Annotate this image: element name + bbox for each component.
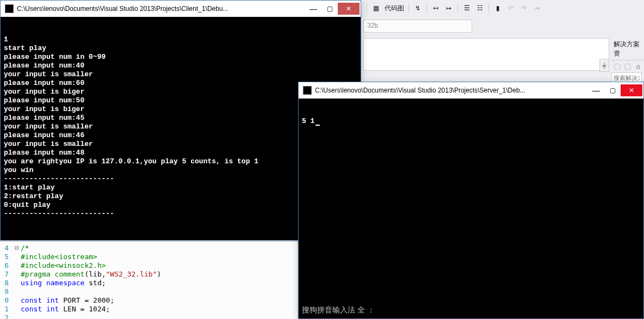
- console-line: your input is smaller: [4, 70, 357, 79]
- window-title: C:\Users\lenovo\Documents\Visual Studio …: [17, 5, 305, 13]
- vs-toolbar: ▦ 代码图 ↯ ↤ ↦ ☰ ☷ ▮ ↶ ↷ ⇥: [363, 0, 644, 16]
- minimize-button[interactable]: —: [588, 84, 604, 96]
- toolbar-separator: [426, 3, 427, 13]
- splitter-icon: ╪: [602, 63, 606, 69]
- code-line: using namespace std;: [14, 279, 161, 287]
- toolbar-separator: [408, 3, 409, 13]
- console-line: start play: [4, 44, 357, 53]
- console-line: 5 1: [302, 117, 640, 126]
- titlebar[interactable]: C:\Users\lenovo\Documents\Visual Studio …: [299, 82, 643, 99]
- console-window-server: C:\Users\lenovo\Documents\Visual Studio …: [298, 82, 644, 319]
- code-line: [14, 314, 161, 319]
- app-icon: [303, 86, 312, 95]
- nav-back-icon[interactable]: ↶: [506, 4, 515, 13]
- maximize-button[interactable]: ▢: [321, 3, 338, 15]
- line-number: 2: [0, 314, 9, 319]
- code-content[interactable]: ⊟/* #include<iostream> #include<winsock2…: [10, 242, 161, 319]
- ime-status: 搜狗拼音输入法 全 ：: [302, 305, 375, 315]
- codemap-label[interactable]: 代码图: [385, 4, 404, 13]
- nav-icon[interactable]: ⇥: [532, 4, 541, 13]
- toolbar-btn[interactable]: ↯: [413, 4, 422, 13]
- maximize-button[interactable]: ▢: [604, 84, 621, 96]
- list-icon-2[interactable]: ☷: [475, 4, 484, 13]
- list-icon[interactable]: ☰: [462, 4, 471, 13]
- toolbar-separator: [488, 3, 489, 13]
- close-button[interactable]: ✕: [338, 3, 360, 15]
- line-number: 7: [0, 270, 9, 279]
- titlebar[interactable]: C:\Users\lenovo\Documents\Visual Studio …: [1, 1, 361, 17]
- home-icon[interactable]: ⌂: [634, 62, 642, 71]
- solution-explorer-toolbar: ◯ ◯ ⌂: [611, 60, 644, 72]
- line-number: 8: [0, 279, 9, 287]
- line-number-gutter: 456789012: [0, 242, 10, 319]
- code-line: #pragma comment(lib,"WS2_32.lib"): [14, 270, 161, 279]
- code-line: #include<winsock2.h>: [14, 261, 161, 270]
- minimize-button[interactable]: —: [305, 3, 321, 15]
- dropdown-value: 32b: [367, 22, 378, 29]
- codemap-icon[interactable]: ▦: [371, 4, 380, 13]
- line-number: 1: [0, 305, 9, 314]
- toolbar-separator: [457, 3, 458, 13]
- solution-explorer-panel: 解决方案资 ◯ ◯ ⌂: [611, 38, 644, 76]
- app-icon: [5, 4, 14, 13]
- line-number: 6: [0, 261, 9, 270]
- nav-fwd-icon[interactable]: ◯: [623, 62, 631, 71]
- toolbar-separator: [367, 3, 367, 13]
- code-line: [14, 287, 161, 296]
- window-title: C:\Users\lenovo\Documents\Visual Studio …: [315, 87, 588, 94]
- config-dropdown[interactable]: 32b: [363, 20, 472, 33]
- indent-left-icon[interactable]: ↤: [431, 4, 440, 13]
- line-number: 9: [0, 287, 9, 296]
- line-number: 5: [0, 253, 9, 261]
- indent-right-icon[interactable]: ↦: [444, 4, 453, 13]
- code-editor[interactable]: 456789012 ⊟/* #include<iostream> #includ…: [0, 241, 298, 319]
- solution-explorer-title: 解决方案资: [611, 38, 644, 60]
- console-line: 1: [4, 35, 357, 44]
- line-number: 4: [0, 244, 9, 253]
- console-line: please input num:40: [4, 62, 357, 70]
- code-line: #include<iostream>: [14, 253, 161, 261]
- line-number: 0: [0, 296, 9, 305]
- editor-area[interactable]: [363, 38, 609, 71]
- nav-fwd-icon[interactable]: ↷: [519, 4, 528, 13]
- splitter-handle[interactable]: ╪: [599, 59, 609, 72]
- nav-back-icon[interactable]: ◯: [613, 62, 621, 71]
- code-line: const int LEN = 1024;: [14, 305, 161, 314]
- code-line: const int PORT = 2000;: [14, 296, 161, 305]
- code-line: ⊟/*: [14, 244, 161, 253]
- bookmark-icon[interactable]: ▮: [493, 4, 502, 13]
- console-line: please input num in 0~99: [4, 53, 357, 62]
- console-output[interactable]: 5 1 搜狗拼音输入法 全 ：: [299, 99, 643, 318]
- close-button[interactable]: ✕: [621, 84, 642, 96]
